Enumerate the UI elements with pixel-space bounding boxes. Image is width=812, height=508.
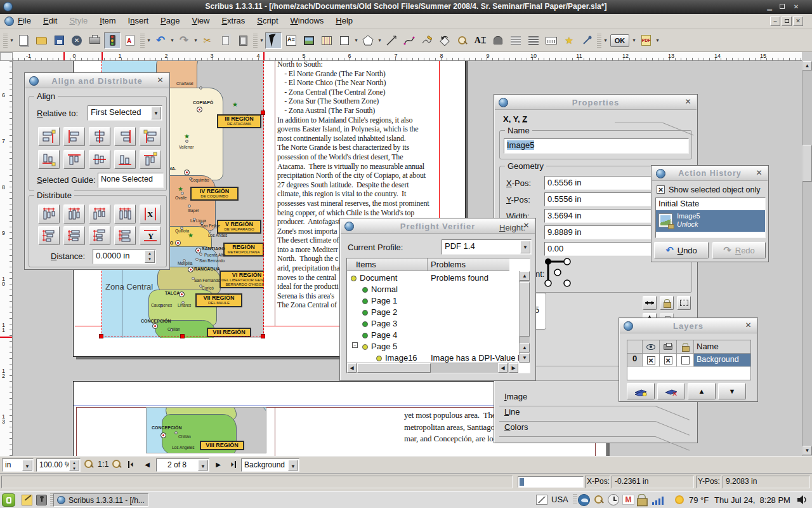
table-horizontal-scrollbar[interactable]: ◀ ◀ ▶ <box>347 363 518 373</box>
copy-properties-tool[interactable]: ★ <box>561 32 577 49</box>
tray-clock-icon[interactable] <box>608 494 619 505</box>
align-center-vertical-button[interactable] <box>89 150 110 169</box>
distribute-centers-h-button[interactable] <box>63 204 85 224</box>
zoom-in-icon[interactable] <box>112 459 122 469</box>
tab-line[interactable]: Line <box>504 407 520 417</box>
previous-page-button[interactable]: ◀ <box>141 458 154 471</box>
toolbar-handle[interactable] <box>140 34 145 48</box>
menu-item[interactable]: Windows <box>291 16 324 25</box>
insert-shape-tool[interactable] <box>336 32 353 49</box>
spinner-arrows[interactable]: ▲▼ <box>145 250 155 263</box>
distribute-distance-v-button[interactable]: Y <box>140 226 161 245</box>
ruler-corner[interactable] <box>0 52 13 61</box>
scroll-left-icon[interactable]: ◀ <box>347 363 357 373</box>
scroll-right-icon[interactable]: ▶ <box>509 363 518 373</box>
redo-button[interactable]: ↷ <box>176 32 192 49</box>
align-left-button[interactable] <box>63 127 85 146</box>
menu-item[interactable]: Style <box>69 16 88 25</box>
zoom-level-input[interactable]: 100.00 %▲▼ <box>36 458 81 472</box>
last-page-button[interactable]: ⏵ <box>226 458 239 471</box>
launcher-joystick-icon[interactable] <box>36 495 47 505</box>
scroll-up-icon[interactable]: ▲ <box>520 271 530 281</box>
close-icon[interactable]: ✕ <box>743 321 753 330</box>
rotate-item-tool[interactable] <box>436 32 453 49</box>
save-button[interactable] <box>51 32 67 49</box>
menu-item[interactable]: Edit <box>43 16 57 25</box>
tray-network-icon[interactable] <box>652 496 666 505</box>
align-bottom-out-button[interactable] <box>38 150 60 169</box>
action-history-titlebar[interactable]: Action History <box>652 166 768 181</box>
raise-layer-button[interactable]: ▲ <box>688 383 716 399</box>
align-center-horizontal-button[interactable] <box>89 127 110 146</box>
tree-row[interactable]: Page 1 <box>348 295 518 307</box>
toolbar-handle[interactable] <box>253 34 258 48</box>
taskbar-clock[interactable]: Thu Jul 24, 8:28 PM <box>714 495 790 505</box>
weather-temperature[interactable]: 79 °F <box>689 495 709 505</box>
page-select[interactable]: 2 of 8▼ <box>156 458 209 472</box>
toolbar-handle[interactable] <box>597 34 601 48</box>
close-button[interactable]: ✕ <box>790 2 802 12</box>
scroll-down-icon[interactable]: ▼ <box>520 353 530 363</box>
items-column-header[interactable]: Items <box>356 260 376 269</box>
zoom-out-icon[interactable] <box>84 459 94 469</box>
ok-dropdown-arrow[interactable]: ▾ <box>631 37 637 43</box>
align-right-button[interactable] <box>114 127 136 146</box>
distribute-centers-v-button[interactable] <box>63 226 85 245</box>
tree-row[interactable]: Page 4 <box>348 330 518 341</box>
redo-button[interactable]: ↷Redo <box>712 242 766 258</box>
freehand-line-tool[interactable] <box>419 32 435 49</box>
tray-gmail-icon[interactable]: M <box>622 495 634 505</box>
name-input[interactable]: Image5 <box>504 138 689 154</box>
layer-visible-checkbox[interactable]: × <box>643 354 660 366</box>
selection-handle[interactable] <box>180 334 185 338</box>
minimize-button[interactable]: ▁ <box>764 2 775 12</box>
scroll-up-icon[interactable]: ▲ <box>802 61 812 70</box>
align-top-out-button[interactable] <box>140 150 161 169</box>
distance-input[interactable]: 0.0000 in▲▼ <box>93 249 156 264</box>
distribute-top-sides-button[interactable] <box>38 226 60 245</box>
open-document-button[interactable] <box>33 32 49 49</box>
spinner-arrows[interactable]: ▲▼ <box>69 460 79 471</box>
mdi-restore-button[interactable] <box>782 17 792 26</box>
menu-item[interactable]: Page <box>160 16 180 25</box>
undo-button[interactable]: ↶ <box>152 32 169 49</box>
menu-item[interactable]: View <box>192 16 209 25</box>
menu-item[interactable]: Script <box>257 16 278 25</box>
taskbar-window-button[interactable]: Scribus 1.3.3.11 - [/h... <box>53 493 148 507</box>
tray-lock-icon[interactable] <box>637 494 646 505</box>
history-item-selected[interactable]: Image5 Unlock <box>656 210 765 232</box>
insert-bezier-tool[interactable] <box>401 32 417 49</box>
maximize-button[interactable] <box>776 2 788 12</box>
selection-handle[interactable] <box>261 334 265 338</box>
distribute-bottom-sides-button[interactable] <box>89 226 110 245</box>
flip-horizontal-button[interactable] <box>643 296 657 310</box>
cut-button[interactable]: ✂ <box>199 32 216 49</box>
polygon-dropdown-arrow[interactable]: ▾ <box>377 37 383 43</box>
align-titlebar[interactable]: Align and Distribute <box>25 74 169 88</box>
layer-print-checkbox[interactable]: × <box>660 354 677 366</box>
add-layer-button[interactable] <box>627 383 655 399</box>
tree-row[interactable]: Normal <box>348 284 518 295</box>
lock-button[interactable] <box>660 296 674 310</box>
basepoint-widget[interactable] <box>544 258 571 287</box>
tab-image[interactable]: Image <box>504 392 527 401</box>
undo-dropdown-arrow[interactable]: ▾ <box>169 37 175 43</box>
keyboard-layout-icon[interactable] <box>536 495 547 505</box>
copy-button[interactable] <box>217 32 233 49</box>
menu-item[interactable]: Help <box>336 16 353 25</box>
paste-button[interactable] <box>235 32 251 49</box>
eyedropper-tool[interactable] <box>579 32 595 49</box>
layers-titlebar[interactable]: Layers <box>620 319 757 333</box>
relative-to-select[interactable]: First Selected▼ <box>88 105 162 121</box>
table-header[interactable]: Items Problems <box>347 258 509 271</box>
story-editor-button[interactable] <box>490 32 506 49</box>
vertical-ruler[interactable]: 67891011121314 <box>0 61 13 456</box>
zoom-tool[interactable] <box>454 32 471 49</box>
launcher-notes-icon[interactable] <box>22 495 32 505</box>
map-image-page2[interactable]: VIII REGIÓN CONCEPCIÓNChillánLos Angeles <box>146 407 266 453</box>
align-right-out-button[interactable] <box>140 127 161 146</box>
layer-lock-checkbox[interactable] <box>677 354 694 366</box>
next-page-button[interactable]: ▶ <box>212 458 225 471</box>
unlink-text-frames-button[interactable] <box>525 32 542 49</box>
insert-line-tool[interactable] <box>383 32 400 49</box>
